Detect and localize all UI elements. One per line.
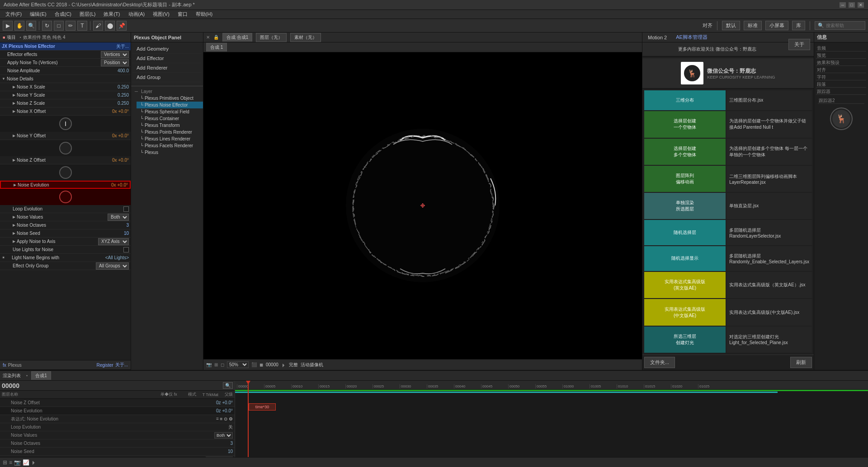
tl-nvalues-select[interactable]: Both: [214, 432, 233, 439]
menu-help[interactable]: 帮助(H): [192, 10, 216, 19]
noise-z-off-value[interactable]: 0x +0.0°: [102, 158, 129, 163]
noise-y-value[interactable]: 0.250: [102, 93, 129, 98]
tl-noise-z-val[interactable]: 0z +0.0°: [216, 400, 233, 405]
noise-octaves-value[interactable]: 3: [102, 223, 129, 228]
resolution-icon[interactable]: ◼: [259, 362, 263, 367]
workspace-library[interactable]: 库: [792, 21, 805, 30]
preview-close-icon[interactable]: ✕: [206, 35, 210, 40]
layer-noise-effector[interactable]: └ Plexus Noise Effector: [137, 102, 203, 108]
noise-seed-value[interactable]: 10: [102, 231, 129, 236]
script-random-show[interactable]: 随机选择显示: [644, 246, 726, 271]
noise-z-value[interactable]: 0.250: [102, 101, 129, 106]
noise-x-off-triangle[interactable]: ▶: [13, 109, 15, 113]
tool-pen[interactable]: ✏: [66, 21, 75, 31]
noise-amp-value[interactable]: 400.0: [102, 68, 129, 73]
snap-icon[interactable]: 📷: [206, 362, 212, 367]
tl-noise-evo-val[interactable]: 0z +0.0°: [216, 408, 233, 413]
preview-lock-icon[interactable]: 🔒: [213, 35, 219, 40]
refresh-button[interactable]: 刷新: [790, 357, 812, 368]
add-geometry-btn[interactable]: Add Geometry: [133, 44, 201, 54]
tl-ctrl-list[interactable]: ≡: [9, 459, 12, 466]
about-button[interactable]: 关于: [788, 39, 810, 50]
script-render-selected[interactable]: 单独渲染 所选图层: [644, 193, 726, 219]
tool-rect[interactable]: □: [54, 21, 64, 31]
layer-facets-renderer[interactable]: └ Plexus Facets Renderer: [137, 142, 203, 149]
tool-hand[interactable]: ✋: [14, 21, 24, 31]
about-link[interactable]: 关于...: [115, 362, 128, 368]
tool-stamp[interactable]: ⬤: [105, 21, 115, 31]
file-folder-button[interactable]: 文件夹...: [644, 357, 675, 368]
layer-plexus[interactable]: └ Plexus: [137, 149, 203, 156]
noise-seed-triangle[interactable]: ▶: [13, 231, 15, 235]
effector-effects-select[interactable]: Vertices: [101, 51, 129, 58]
tool-rotate[interactable]: ↻: [42, 21, 52, 31]
layer-points-renderer[interactable]: └ Plexus Points Renderer: [137, 129, 203, 135]
add-renderer-btn[interactable]: Add Renderer: [133, 63, 201, 73]
apply-noise-select[interactable]: Position: [101, 59, 129, 66]
tool-zoom[interactable]: 🔍: [26, 21, 36, 31]
layer-spherical-field[interactable]: └ Plexus Spherical Field: [137, 108, 203, 115]
menu-view[interactable]: 视图(V): [149, 10, 173, 19]
plexus-link[interactable]: 关于...: [116, 43, 129, 50]
channel-icon[interactable]: ⬛: [251, 362, 257, 367]
noise-y-triangle[interactable]: ▶: [13, 93, 15, 97]
layer-container[interactable]: └ Plexus Container: [137, 115, 203, 122]
layer-transform[interactable]: └ Plexus Transform: [137, 122, 203, 129]
tl-ctrl-graph[interactable]: 📈: [23, 459, 29, 466]
tool-puppet[interactable]: 📌: [117, 21, 127, 31]
grid-icon[interactable]: ⊞: [214, 362, 218, 367]
material-tab[interactable]: 素材（无）: [290, 33, 321, 42]
noise-values-select[interactable]: Both: [108, 214, 129, 221]
tool-select[interactable]: ▶: [3, 21, 13, 31]
script-layer-array[interactable]: 图层阵列 偏移动画: [644, 166, 726, 192]
use-lights-checkbox[interactable]: [123, 247, 129, 252]
tl-ctrl-camera[interactable]: 📷: [14, 459, 21, 466]
layer-primitives[interactable]: └ Plexus Primitives Object: [137, 95, 203, 102]
search-input[interactable]: [826, 23, 862, 28]
noise-evo-value[interactable]: 0x +0.0°: [101, 182, 128, 187]
zoom-select[interactable]: 50% 100%: [227, 361, 249, 368]
noise-x-triangle[interactable]: ▶: [13, 85, 15, 89]
playhead[interactable]: [248, 381, 249, 457]
tl-octaves-val[interactable]: 3: [230, 441, 233, 446]
tl-ctrl-play[interactable]: ⏵: [31, 459, 37, 466]
script-random-select[interactable]: 随机选择层: [644, 220, 726, 245]
noise-z-triangle[interactable]: ▶: [13, 101, 15, 105]
menu-effect[interactable]: 效果(T): [100, 10, 123, 19]
register-link[interactable]: Register: [96, 363, 113, 368]
script-3d-distribute[interactable]: 三维分布: [644, 90, 726, 110]
menu-edit[interactable]: 编辑(E): [26, 10, 50, 19]
motion2-tab[interactable]: Motion 2: [645, 34, 670, 41]
menu-file[interactable]: 文件(F): [2, 10, 25, 19]
play-icon[interactable]: ⏵: [281, 362, 286, 368]
workspace-standard[interactable]: 标准: [744, 21, 762, 30]
menu-layer[interactable]: 图层(L): [76, 10, 99, 19]
noise-y-off-value[interactable]: 0x +0.0°: [102, 133, 129, 138]
menu-window[interactable]: 窗口: [174, 10, 191, 19]
noise-z-off-triangle[interactable]: ▶: [13, 158, 15, 162]
light-name-value[interactable]: <All Lights>: [102, 255, 129, 260]
layer-tab[interactable]: 图层（无）: [256, 33, 287, 42]
ae-script-tab[interactable]: AE脚本管理器: [673, 33, 710, 42]
tl-loop-val[interactable]: 关: [228, 424, 233, 430]
close-button[interactable]: ✕: [857, 2, 864, 8]
noise-evo-triangle[interactable]: ▶: [14, 183, 16, 187]
menu-animate[interactable]: 动画(A): [125, 10, 149, 19]
inner-comp-tab[interactable]: 合成 1: [206, 43, 227, 51]
add-group-btn[interactable]: Add Group: [133, 73, 201, 82]
script-expr-cn[interactable]: 实用表达式集高级版 (中文版AE): [644, 299, 726, 325]
effect-group-select[interactable]: All Groups: [96, 262, 129, 270]
noise-x-value[interactable]: 0.250: [102, 84, 129, 89]
layer-lines-renderer[interactable]: └ Plexus Lines Renderer: [137, 135, 203, 142]
menu-compose[interactable]: 合成(C): [51, 10, 75, 19]
script-expr-en[interactable]: 实用表达式集高级版 (英文版AE): [644, 272, 726, 298]
composition-tab[interactable]: 合成 合成1: [222, 33, 252, 42]
add-effector-btn[interactable]: Add Effector: [133, 54, 201, 63]
tl-ctrl-expand[interactable]: ⊞: [3, 459, 7, 466]
tool-text[interactable]: T: [77, 21, 87, 31]
workspace-default[interactable]: 默认: [722, 21, 740, 30]
tool-paint[interactable]: 🖌: [93, 21, 103, 31]
noise-details-triangle[interactable]: ▼: [2, 77, 5, 81]
mask-icon[interactable]: ◻: [221, 362, 224, 367]
loop-evo-checkbox[interactable]: [123, 206, 129, 212]
